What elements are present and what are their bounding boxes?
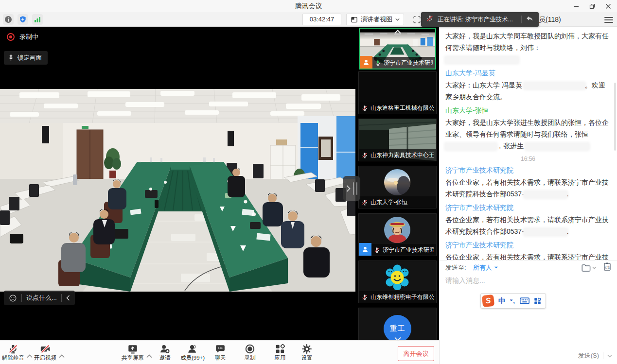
redacted-text xyxy=(524,191,567,198)
participant-strip: 济宁市产业技术研究...山东迪格重工机械有限公... 山东神力索具技术中心王..… xyxy=(355,27,439,340)
toolbar-mic-muted-button[interactable]: 解除静音 xyxy=(0,342,29,364)
toolbar-record-button[interactable]: 录制 xyxy=(234,342,265,364)
bottom-toolbar: 离开会议 解除静音开启视频共享屏幕邀请成员(99+)聊天录制应用设置 xyxy=(0,340,439,364)
view-mode-switcher[interactable]: 演讲者视图 xyxy=(346,14,404,25)
share-screen-icon xyxy=(127,344,138,354)
toolbar-label: 共享屏幕 xyxy=(122,354,144,362)
file-transfer-icon[interactable] xyxy=(581,263,596,272)
send-button[interactable]: 发送(S) xyxy=(578,351,599,360)
speaking-toast[interactable]: 正在讲话: 济宁市产业技术... xyxy=(421,12,539,27)
toolbar-label: 邀请 xyxy=(159,354,171,362)
send-to-selector[interactable]: 所有人 xyxy=(473,263,498,272)
participant-name: 山东大学-张恒 xyxy=(370,198,407,207)
chat-message: 各位企业家，若有相关技术需求，请联系济宁市产业技术研究院科技合作部0537-. xyxy=(445,176,611,200)
record-icon xyxy=(245,344,255,354)
message-input[interactable]: 请输入消息... xyxy=(445,277,485,285)
avatar xyxy=(384,169,410,195)
avatar xyxy=(384,264,410,290)
toolbar-label: 设置 xyxy=(301,354,313,362)
scroll-down-icon[interactable] xyxy=(359,331,436,340)
shield-icon[interactable] xyxy=(18,14,28,25)
chat-panel: 大家好，我是山东大学周车教授团队的刘伟，大家有任何需求请随时与我联络，刘伟：山东… xyxy=(439,27,617,364)
toolbar-label: 开启视频 xyxy=(34,354,56,362)
redacted-text xyxy=(526,143,589,150)
recording-label: 录制中 xyxy=(19,33,38,41)
meeting-timer: 03:42:47 xyxy=(302,14,341,25)
participant-tile[interactable]: 济宁市产业技术研究... xyxy=(359,28,436,69)
toolbar-chat-button[interactable]: 聊天 xyxy=(205,342,236,364)
invite-icon xyxy=(159,344,170,354)
participant-tile[interactable]: 山东维创精密电子有限公司 xyxy=(359,261,436,303)
redacted-text xyxy=(524,229,567,235)
toolbar-share-screen-button[interactable]: 共享屏幕 xyxy=(117,342,148,364)
chat-scrollbar[interactable] xyxy=(614,83,616,151)
participant-tile[interactable]: 山东大学-张恒 xyxy=(359,166,436,208)
ime-punctuation-toggle[interactable]: °, xyxy=(510,297,515,305)
settings-icon xyxy=(301,344,312,354)
mic-muted-icon xyxy=(373,246,380,254)
minimize-button[interactable] xyxy=(568,0,584,12)
toolbar-label: 聊天 xyxy=(215,354,226,362)
info-icon[interactable] xyxy=(3,14,14,25)
scroll-up-icon[interactable] xyxy=(360,29,435,39)
ime-tools-icon[interactable] xyxy=(534,297,541,305)
send-options-chevron-icon[interactable] xyxy=(607,354,612,358)
send-to-row: 发送至: 所有人 公告 xyxy=(440,260,617,274)
redacted-text xyxy=(524,83,585,89)
chat-sender-name: 山东大学-张恒 xyxy=(445,105,611,116)
chat-message: 大家好：山东大学 冯显英 。欢迎家乡朋友合作交流。 xyxy=(445,79,611,103)
chat-sender-name: 济宁市产业技术研究院 xyxy=(445,165,611,175)
toolbar-camera-muted-button[interactable]: 开启视频 xyxy=(30,342,61,364)
chat-sender-name: 山东大学-冯显英 xyxy=(445,68,611,78)
apps-icon xyxy=(275,344,285,354)
chevron-down-icon xyxy=(592,266,596,269)
window-title: 腾讯会议 xyxy=(0,0,617,12)
ime-keyboard-icon[interactable] xyxy=(520,297,529,304)
collapse-left-icon[interactable] xyxy=(66,295,70,301)
chat-message: 各位企业家，若有相关技术需求，请联系济宁市产业技术研究院科技合作部0537-. xyxy=(445,251,611,260)
sidebar-collapse-handle[interactable] xyxy=(343,176,360,201)
participant-tile[interactable]: 重工 xyxy=(359,308,436,340)
participant-tile[interactable]: 山东迪格重工机械有限公... xyxy=(359,72,436,114)
fullscreen-icon xyxy=(413,16,421,24)
sogou-logo-icon[interactable]: S xyxy=(482,295,494,307)
mic-muted-icon xyxy=(361,152,368,159)
mic-muted-icon xyxy=(361,199,368,206)
quick-chat-bar[interactable]: 说点什么... xyxy=(4,291,75,305)
speaking-toast-text: 正在讲话: 济宁市产业技术... xyxy=(438,16,517,24)
quick-chat-placeholder: 说点什么... xyxy=(26,294,57,302)
meeting-window: 腾讯会议 xyxy=(0,0,617,364)
network-signal-icon[interactable] xyxy=(32,14,43,25)
participant-name: 山东神力索具技术中心王... xyxy=(370,151,434,159)
toolbar-settings-button[interactable]: 设置 xyxy=(291,342,322,364)
record-dot-icon xyxy=(7,33,15,41)
participant-name: 山东维创精密电子有限公司 xyxy=(370,293,434,301)
menu-icon[interactable] xyxy=(604,16,613,23)
toolbar-label: 解除静音 xyxy=(2,354,24,362)
chat-message-list[interactable]: 大家好，我是山东大学周车教授团队的刘伟，大家有任何需求请随时与我联络，刘伟：山东… xyxy=(440,27,617,260)
role-badge-icon xyxy=(360,56,372,69)
participant-tile[interactable]: 山东神力索具技术中心王... xyxy=(359,119,436,161)
ime-language-toggle[interactable]: 中 xyxy=(498,296,506,306)
mic-on-icon xyxy=(374,59,381,67)
toolbar-label: 成员(99+) xyxy=(180,354,205,362)
toolbar-invite-button[interactable]: 邀请 xyxy=(149,342,180,364)
leave-meeting-button[interactable]: 离开会议 xyxy=(398,346,434,361)
participant-tile[interactable]: 济宁市产业技术研究... xyxy=(359,214,436,256)
close-button[interactable] xyxy=(600,0,616,12)
restore-button[interactable] xyxy=(584,0,600,12)
chevron-up-icon[interactable] xyxy=(59,351,65,360)
redacted-text xyxy=(445,57,518,63)
participant-name: 济宁市产业技术研究... xyxy=(384,59,433,67)
ime-toolbar[interactable]: S 中 °, xyxy=(480,293,546,309)
participant-label: 山东大学-张恒 xyxy=(359,196,436,208)
mic-muted-icon xyxy=(361,294,368,301)
lock-view-button[interactable]: 锁定画面 xyxy=(4,51,48,65)
toolbar-members-button[interactable]: 成员(99+) xyxy=(177,342,208,364)
chat-icon xyxy=(215,344,226,354)
jump-to-speaker-icon[interactable] xyxy=(526,15,534,24)
announcement-icon[interactable]: 公告 xyxy=(603,262,612,273)
participant-label: 山东迪格重工机械有限公... xyxy=(359,102,436,114)
chat-sender-name: 济宁市产业技术研究院 xyxy=(445,240,611,250)
main-video: 录制中 锁定画面 说点什么... xyxy=(0,27,355,340)
